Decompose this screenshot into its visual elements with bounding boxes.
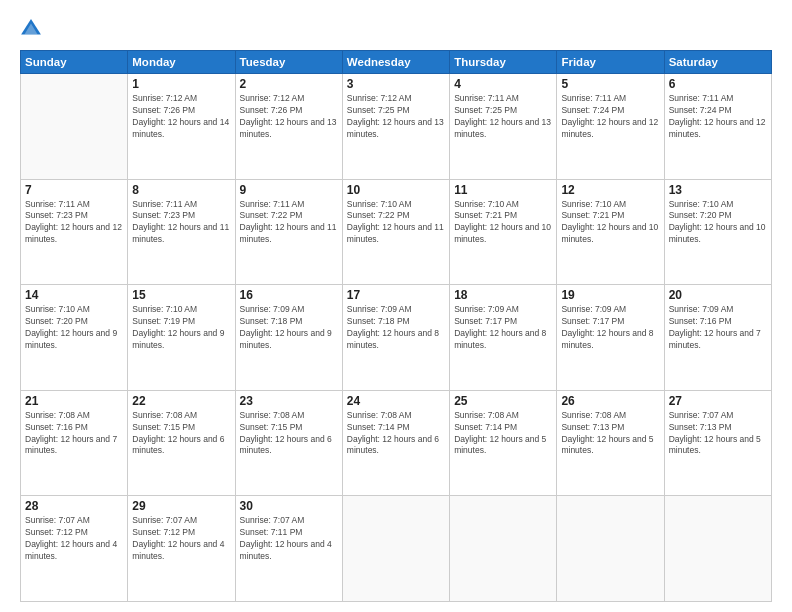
day-cell: 6Sunrise: 7:11 AMSunset: 7:24 PMDaylight…	[664, 74, 771, 180]
day-info: Sunrise: 7:10 AMSunset: 7:22 PMDaylight:…	[347, 199, 445, 247]
day-info: Sunrise: 7:09 AMSunset: 7:18 PMDaylight:…	[240, 304, 338, 352]
day-number: 18	[454, 288, 552, 302]
day-info: Sunrise: 7:07 AMSunset: 7:11 PMDaylight:…	[240, 515, 338, 563]
day-cell: 8Sunrise: 7:11 AMSunset: 7:23 PMDaylight…	[128, 179, 235, 285]
day-cell	[557, 496, 664, 602]
day-cell: 26Sunrise: 7:08 AMSunset: 7:13 PMDayligh…	[557, 390, 664, 496]
week-row-3: 14Sunrise: 7:10 AMSunset: 7:20 PMDayligh…	[21, 285, 772, 391]
day-cell: 29Sunrise: 7:07 AMSunset: 7:12 PMDayligh…	[128, 496, 235, 602]
week-row-5: 28Sunrise: 7:07 AMSunset: 7:12 PMDayligh…	[21, 496, 772, 602]
day-cell: 13Sunrise: 7:10 AMSunset: 7:20 PMDayligh…	[664, 179, 771, 285]
day-cell: 4Sunrise: 7:11 AMSunset: 7:25 PMDaylight…	[450, 74, 557, 180]
weekday-header-row: SundayMondayTuesdayWednesdayThursdayFrid…	[21, 51, 772, 74]
day-cell: 18Sunrise: 7:09 AMSunset: 7:17 PMDayligh…	[450, 285, 557, 391]
day-number: 30	[240, 499, 338, 513]
day-number: 21	[25, 394, 123, 408]
day-cell: 22Sunrise: 7:08 AMSunset: 7:15 PMDayligh…	[128, 390, 235, 496]
day-number: 2	[240, 77, 338, 91]
day-number: 14	[25, 288, 123, 302]
day-info: Sunrise: 7:09 AMSunset: 7:17 PMDaylight:…	[561, 304, 659, 352]
day-number: 15	[132, 288, 230, 302]
day-cell: 30Sunrise: 7:07 AMSunset: 7:11 PMDayligh…	[235, 496, 342, 602]
day-cell: 23Sunrise: 7:08 AMSunset: 7:15 PMDayligh…	[235, 390, 342, 496]
day-info: Sunrise: 7:11 AMSunset: 7:23 PMDaylight:…	[132, 199, 230, 247]
day-info: Sunrise: 7:11 AMSunset: 7:25 PMDaylight:…	[454, 93, 552, 141]
day-info: Sunrise: 7:11 AMSunset: 7:22 PMDaylight:…	[240, 199, 338, 247]
day-info: Sunrise: 7:08 AMSunset: 7:15 PMDaylight:…	[132, 410, 230, 458]
day-cell: 12Sunrise: 7:10 AMSunset: 7:21 PMDayligh…	[557, 179, 664, 285]
day-cell: 28Sunrise: 7:07 AMSunset: 7:12 PMDayligh…	[21, 496, 128, 602]
day-number: 24	[347, 394, 445, 408]
day-info: Sunrise: 7:08 AMSunset: 7:16 PMDaylight:…	[25, 410, 123, 458]
day-info: Sunrise: 7:08 AMSunset: 7:14 PMDaylight:…	[347, 410, 445, 458]
day-cell	[450, 496, 557, 602]
day-cell: 21Sunrise: 7:08 AMSunset: 7:16 PMDayligh…	[21, 390, 128, 496]
day-info: Sunrise: 7:11 AMSunset: 7:23 PMDaylight:…	[25, 199, 123, 247]
day-info: Sunrise: 7:08 AMSunset: 7:13 PMDaylight:…	[561, 410, 659, 458]
day-info: Sunrise: 7:12 AMSunset: 7:26 PMDaylight:…	[132, 93, 230, 141]
logo	[20, 18, 46, 40]
day-number: 7	[25, 183, 123, 197]
day-cell: 9Sunrise: 7:11 AMSunset: 7:22 PMDaylight…	[235, 179, 342, 285]
day-info: Sunrise: 7:11 AMSunset: 7:24 PMDaylight:…	[669, 93, 767, 141]
day-number: 4	[454, 77, 552, 91]
day-cell: 24Sunrise: 7:08 AMSunset: 7:14 PMDayligh…	[342, 390, 449, 496]
day-info: Sunrise: 7:09 AMSunset: 7:18 PMDaylight:…	[347, 304, 445, 352]
day-cell: 16Sunrise: 7:09 AMSunset: 7:18 PMDayligh…	[235, 285, 342, 391]
day-info: Sunrise: 7:08 AMSunset: 7:15 PMDaylight:…	[240, 410, 338, 458]
day-number: 12	[561, 183, 659, 197]
day-cell	[342, 496, 449, 602]
day-info: Sunrise: 7:07 AMSunset: 7:12 PMDaylight:…	[25, 515, 123, 563]
day-info: Sunrise: 7:10 AMSunset: 7:20 PMDaylight:…	[669, 199, 767, 247]
day-number: 16	[240, 288, 338, 302]
header-row	[20, 18, 772, 40]
day-number: 10	[347, 183, 445, 197]
weekday-header-friday: Friday	[557, 51, 664, 74]
day-info: Sunrise: 7:10 AMSunset: 7:20 PMDaylight:…	[25, 304, 123, 352]
day-number: 29	[132, 499, 230, 513]
day-cell: 10Sunrise: 7:10 AMSunset: 7:22 PMDayligh…	[342, 179, 449, 285]
week-row-2: 7Sunrise: 7:11 AMSunset: 7:23 PMDaylight…	[21, 179, 772, 285]
day-cell: 25Sunrise: 7:08 AMSunset: 7:14 PMDayligh…	[450, 390, 557, 496]
day-number: 28	[25, 499, 123, 513]
day-cell: 19Sunrise: 7:09 AMSunset: 7:17 PMDayligh…	[557, 285, 664, 391]
day-info: Sunrise: 7:09 AMSunset: 7:17 PMDaylight:…	[454, 304, 552, 352]
day-info: Sunrise: 7:07 AMSunset: 7:13 PMDaylight:…	[669, 410, 767, 458]
day-cell: 17Sunrise: 7:09 AMSunset: 7:18 PMDayligh…	[342, 285, 449, 391]
day-cell: 15Sunrise: 7:10 AMSunset: 7:19 PMDayligh…	[128, 285, 235, 391]
day-number: 13	[669, 183, 767, 197]
day-number: 22	[132, 394, 230, 408]
page: SundayMondayTuesdayWednesdayThursdayFrid…	[0, 0, 792, 612]
day-cell	[664, 496, 771, 602]
day-number: 19	[561, 288, 659, 302]
weekday-header-tuesday: Tuesday	[235, 51, 342, 74]
weekday-header-wednesday: Wednesday	[342, 51, 449, 74]
day-info: Sunrise: 7:07 AMSunset: 7:12 PMDaylight:…	[132, 515, 230, 563]
day-cell: 5Sunrise: 7:11 AMSunset: 7:24 PMDaylight…	[557, 74, 664, 180]
day-number: 25	[454, 394, 552, 408]
weekday-header-thursday: Thursday	[450, 51, 557, 74]
day-number: 20	[669, 288, 767, 302]
logo-icon	[20, 18, 42, 40]
weekday-header-saturday: Saturday	[664, 51, 771, 74]
day-info: Sunrise: 7:11 AMSunset: 7:24 PMDaylight:…	[561, 93, 659, 141]
day-info: Sunrise: 7:10 AMSunset: 7:21 PMDaylight:…	[561, 199, 659, 247]
day-number: 26	[561, 394, 659, 408]
week-row-4: 21Sunrise: 7:08 AMSunset: 7:16 PMDayligh…	[21, 390, 772, 496]
day-cell: 3Sunrise: 7:12 AMSunset: 7:25 PMDaylight…	[342, 74, 449, 180]
day-cell: 7Sunrise: 7:11 AMSunset: 7:23 PMDaylight…	[21, 179, 128, 285]
day-info: Sunrise: 7:12 AMSunset: 7:26 PMDaylight:…	[240, 93, 338, 141]
day-number: 6	[669, 77, 767, 91]
day-number: 9	[240, 183, 338, 197]
day-number: 23	[240, 394, 338, 408]
day-number: 8	[132, 183, 230, 197]
day-info: Sunrise: 7:10 AMSunset: 7:21 PMDaylight:…	[454, 199, 552, 247]
weekday-header-sunday: Sunday	[21, 51, 128, 74]
day-cell: 2Sunrise: 7:12 AMSunset: 7:26 PMDaylight…	[235, 74, 342, 180]
day-number: 3	[347, 77, 445, 91]
day-cell: 14Sunrise: 7:10 AMSunset: 7:20 PMDayligh…	[21, 285, 128, 391]
day-number: 5	[561, 77, 659, 91]
day-cell: 20Sunrise: 7:09 AMSunset: 7:16 PMDayligh…	[664, 285, 771, 391]
day-info: Sunrise: 7:12 AMSunset: 7:25 PMDaylight:…	[347, 93, 445, 141]
day-cell: 11Sunrise: 7:10 AMSunset: 7:21 PMDayligh…	[450, 179, 557, 285]
